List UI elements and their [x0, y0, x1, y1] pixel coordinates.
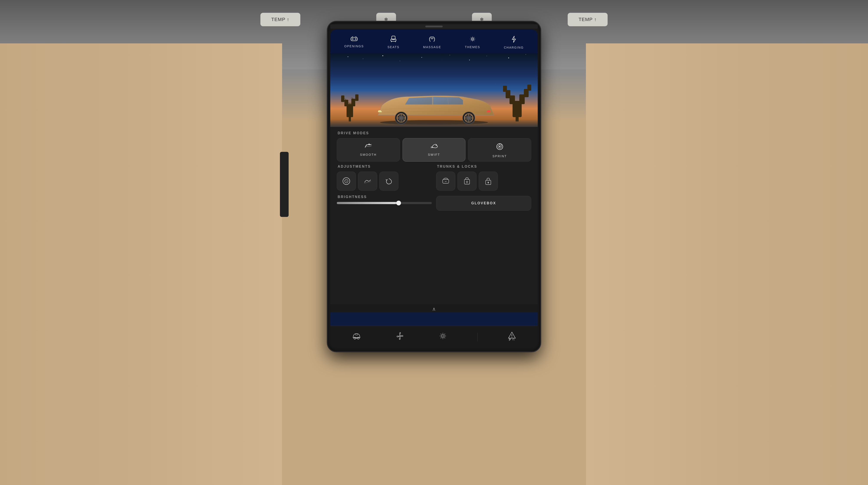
bottom-controls: BRIGHTNESS GLOVEBOX	[337, 193, 531, 211]
swift-icon	[430, 143, 438, 151]
two-column-section: ADJUSTMENTS	[337, 165, 531, 191]
svg-line-59	[501, 144, 502, 145]
brightness-slider-track[interactable]	[337, 202, 432, 204]
trunk-btn-3[interactable]	[479, 171, 498, 191]
star	[526, 54, 526, 55]
svg-rect-17	[341, 95, 344, 102]
openings-icon	[350, 36, 358, 43]
drive-mode-sprint[interactable]: SPRINT	[468, 138, 531, 162]
svg-point-72	[399, 335, 401, 336]
themes-icon	[469, 36, 476, 44]
svg-point-74	[512, 337, 512, 338]
svg-point-10	[433, 38, 434, 39]
tablet-outer-frame: OPENINGS SEATS	[328, 22, 540, 351]
massage-icon	[429, 36, 436, 44]
svg-rect-15	[344, 100, 348, 106]
massage-label: MASSAGE	[423, 45, 441, 49]
star	[469, 60, 470, 60]
trunks-locks-col: TRUNKS & LOCKS	[436, 165, 531, 191]
nav-settings[interactable]	[434, 330, 452, 344]
svg-point-9	[431, 38, 431, 39]
brightness-slider-thumb[interactable]	[396, 201, 401, 205]
seats-icon	[391, 36, 397, 44]
svg-rect-16	[351, 99, 355, 106]
adj-btn-3[interactable]	[379, 171, 398, 191]
sprint-icon	[496, 143, 504, 152]
tablet-top-bar	[330, 24, 538, 29]
drive-mode-swift[interactable]: SWIFT	[403, 138, 466, 162]
openings-label: OPENINGS	[344, 44, 364, 48]
chevron-up-area[interactable]: ∧	[330, 304, 538, 312]
adj-btn-2[interactable]	[358, 171, 377, 191]
nav-alert[interactable]: P	[503, 329, 521, 345]
tab-themes[interactable]: THEMES	[461, 34, 484, 51]
nav-tabs: OPENINGS SEATS	[330, 30, 538, 53]
drive-modes-section: DRIVE MODES	[337, 127, 531, 165]
svg-point-3	[352, 38, 353, 40]
star	[508, 58, 509, 58]
svg-point-67	[488, 182, 489, 183]
glovebox-section: GLOVEBOX	[436, 193, 531, 211]
hero-area	[330, 53, 538, 127]
svg-rect-62	[443, 180, 449, 183]
svg-text:P: P	[509, 338, 511, 341]
adjustments-row	[337, 171, 432, 191]
nav-fan[interactable]	[391, 330, 409, 344]
smooth-icon	[364, 143, 372, 151]
star	[363, 59, 363, 59]
svg-point-53	[369, 143, 370, 145]
tab-openings[interactable]: OPENINGS	[340, 34, 368, 51]
star	[422, 57, 422, 58]
star	[382, 55, 383, 56]
drive-modes-row: SMOOTH SWIFT	[337, 138, 531, 162]
drive-mode-smooth[interactable]: SMOOTH	[337, 138, 400, 162]
car-interior: TEMP ↑ ❄ ❄ TEMP ↑	[0, 0, 868, 485]
tab-seats[interactable]: SEATS	[383, 34, 404, 51]
charging-icon	[511, 36, 517, 44]
sprint-label: SPRINT	[493, 155, 507, 158]
svg-point-54	[371, 144, 371, 145]
tab-massage[interactable]: MASSAGE	[419, 34, 445, 51]
trunk-btn-2[interactable]	[458, 171, 476, 191]
svg-point-4	[355, 38, 356, 40]
svg-rect-26	[527, 85, 531, 91]
tablet-device: OPENINGS SEATS	[328, 22, 540, 351]
svg-point-70	[358, 337, 359, 339]
star	[400, 61, 400, 61]
glovebox-button[interactable]: GLOVEBOX	[436, 196, 531, 211]
adjustments-title: ADJUSTMENTS	[337, 165, 432, 168]
swift-label: SWIFT	[428, 153, 440, 156]
brightness-slider-fill	[337, 202, 399, 204]
themes-label: THEMES	[465, 45, 480, 49]
seats-label: SEATS	[388, 45, 400, 49]
road	[330, 119, 538, 127]
svg-point-12	[472, 39, 473, 39]
svg-point-64	[466, 181, 468, 183]
tablet-handle	[425, 26, 443, 27]
brightness-title: BRIGHTNESS	[337, 195, 432, 199]
star	[487, 56, 487, 56]
adjustments-col: ADJUSTMENTS	[337, 165, 432, 191]
main-content: DRIVE MODES	[330, 127, 538, 304]
charging-label: CHARGING	[504, 46, 524, 49]
seat-back-right	[586, 43, 868, 485]
svg-point-69	[354, 337, 356, 339]
seat-strap	[280, 152, 289, 217]
svg-point-52	[366, 145, 367, 146]
seat-back-left	[0, 43, 282, 485]
svg-point-73	[442, 335, 444, 337]
svg-point-57	[499, 146, 500, 147]
nav-car[interactable]	[347, 330, 366, 344]
tablet-screen: OPENINGS SEATS	[330, 30, 538, 348]
adj-btn-1[interactable]	[337, 171, 356, 191]
hvac-temp-left[interactable]: TEMP ↑	[260, 13, 300, 26]
trunks-locks-title: TRUNKS & LOCKS	[436, 165, 531, 168]
smooth-label: SMOOTH	[360, 153, 376, 156]
tab-charging[interactable]: CHARGING	[499, 34, 528, 51]
svg-rect-63	[464, 180, 470, 184]
brightness-section: BRIGHTNESS	[337, 193, 432, 208]
trunks-locks-row	[436, 171, 531, 191]
hvac-temp-right[interactable]: TEMP ↑	[568, 13, 608, 26]
star	[348, 56, 348, 57]
trunk-btn-1[interactable]	[436, 171, 455, 191]
